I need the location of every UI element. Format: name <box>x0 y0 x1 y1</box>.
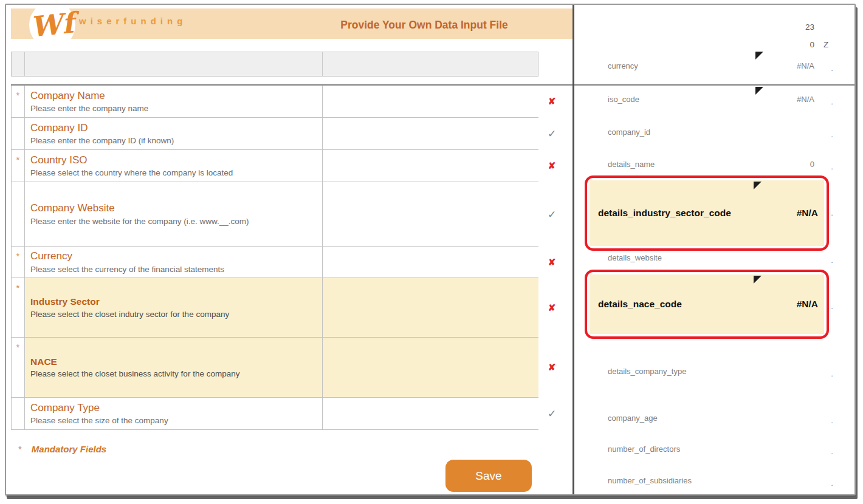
form-row-company-id: Company ID Please enter the company ID (… <box>12 118 538 150</box>
cell-value: 0 <box>810 160 814 169</box>
side-row-company-id[interactable]: company_id <box>608 128 814 138</box>
side-row-number-of-directors[interactable]: number_of_directors <box>608 444 814 455</box>
company-id-input-cell[interactable] <box>322 118 538 149</box>
mandatory-fields-note: *Mandatory Fields <box>18 444 106 454</box>
save-button[interactable]: Save <box>445 460 532 492</box>
field-label: Currency <box>30 250 318 262</box>
status-pass-icon: ✓ <box>540 407 564 420</box>
cell-count-value[interactable]: 23 <box>785 22 814 32</box>
side-row-details-company-type[interactable]: details_company_type <box>608 367 814 378</box>
form-row-nace: * NACE Please select the closet business… <box>12 338 538 398</box>
highlighted-cell-nace-code[interactable]: details_nace_code #N/A <box>590 274 824 334</box>
field-description: Please select the size of the company <box>30 416 318 426</box>
cell-value: #N/A <box>797 299 818 310</box>
status-fail-icon: ✘ <box>540 96 564 107</box>
side-row-details-website[interactable]: details_website <box>608 253 814 264</box>
field-label: Country ISO <box>30 154 318 166</box>
cell-dot: . <box>828 256 836 265</box>
currency-input-cell[interactable] <box>322 247 538 278</box>
cell-name: details_company_type <box>608 367 686 376</box>
field-description: Please select the country where the comp… <box>30 168 318 178</box>
status-fail-icon: ✘ <box>540 362 564 373</box>
field-label: Company Website <box>30 202 318 214</box>
error-highlight-border: details_nace_code #N/A <box>585 270 829 339</box>
cell-dot: . <box>828 208 836 217</box>
form-row-company-website: Company Website Please enter the website… <box>12 182 538 247</box>
comment-marker-icon <box>754 182 762 189</box>
field-label: Company ID <box>30 121 318 134</box>
header-cell-input <box>323 52 538 76</box>
cell-name: details_name <box>608 160 655 169</box>
mandatory-note-text: Mandatory Fields <box>32 444 106 454</box>
header-cell-star <box>12 52 25 76</box>
nace-input-cell[interactable] <box>322 338 538 397</box>
status-pass-icon: ✓ <box>540 208 564 220</box>
field-description: Please select the currency of the financ… <box>30 265 318 274</box>
field-description: Please enter the company name <box>30 104 318 114</box>
status-fail-icon: ✘ <box>540 257 564 268</box>
field-label: Company Name <box>30 89 318 102</box>
mandatory-star <box>12 182 25 246</box>
mandatory-star: * <box>12 150 25 182</box>
status-fail-icon: ✘ <box>540 302 564 313</box>
cell-name: details_industry_sector_code <box>598 208 731 219</box>
comment-marker-icon <box>755 87 763 95</box>
cell-value: #N/A <box>797 95 814 104</box>
cell-dot: . <box>828 478 836 488</box>
cell-z-value[interactable]: Z <box>823 40 836 49</box>
cell-dot: . <box>828 64 836 73</box>
field-description: Please enter the website for the company… <box>30 217 318 226</box>
form-row-country-iso: * Country ISO Please select the country … <box>12 150 538 182</box>
brand-logo: Wf <box>29 4 75 49</box>
cell-name: currency <box>608 61 638 70</box>
mandatory-star: * <box>12 278 25 337</box>
table-header-row <box>11 52 538 77</box>
mandatory-star: * <box>12 86 25 117</box>
cell-value: #N/A <box>797 61 814 70</box>
cell-dot: . <box>828 369 836 378</box>
cell-dot: . <box>828 162 836 171</box>
cell-name: company_id <box>608 128 650 137</box>
side-row-details-name[interactable]: details_name 0 <box>608 160 814 171</box>
mandatory-star: * <box>12 338 25 397</box>
mandatory-star <box>12 398 25 429</box>
error-highlight-border: details_industry_sector_code #N/A <box>585 175 829 251</box>
page-title: Provide Your Own Data Input File <box>318 19 531 32</box>
cell-name: company_age <box>608 414 658 423</box>
cell-name: details_website <box>608 253 662 262</box>
side-row-currency[interactable]: currency #N/A <box>608 61 814 72</box>
cell-value: #N/A <box>797 208 818 219</box>
status-fail-icon: ✘ <box>540 160 564 171</box>
mandatory-star: * <box>12 247 25 278</box>
industry-sector-input-cell[interactable] <box>322 278 538 337</box>
brand-monogram: Wf <box>29 9 75 41</box>
form-row-company-name: * Company Name Please enter the company … <box>12 86 538 118</box>
cell-name: details_nace_code <box>598 299 682 310</box>
mandatory-star: * <box>18 444 22 454</box>
side-row-company-age[interactable]: company_age <box>608 414 814 424</box>
field-label: Industry Sector <box>30 296 318 307</box>
side-row-iso-code[interactable]: iso_code #N/A <box>608 95 814 106</box>
highlighted-cell-industry-sector-code[interactable]: details_industry_sector_code #N/A <box>590 180 824 246</box>
field-description: Please select the closet indutry sector … <box>30 310 318 319</box>
comment-marker-icon <box>754 276 762 284</box>
cell-name: number_of_directors <box>608 444 680 454</box>
field-label: NACE <box>30 356 318 367</box>
field-description: Please enter the company ID (if known) <box>30 136 318 146</box>
cell-dot: . <box>828 302 836 311</box>
side-row-number-of-subsidiaries[interactable]: number_of_subsidiaries <box>608 476 814 487</box>
mandatory-star <box>12 118 25 149</box>
form-row-company-type: Company Type Please select the size of t… <box>12 398 538 430</box>
brand-name: wiserfunding <box>79 16 187 26</box>
cell-name: number_of_subsidiaries <box>608 476 692 485</box>
cell-dot: . <box>828 130 836 139</box>
company-website-input-cell[interactable] <box>322 182 538 246</box>
field-label: Company Type <box>30 401 318 414</box>
company-name-input-cell[interactable] <box>322 86 538 117</box>
country-iso-input-cell[interactable] <box>322 150 538 182</box>
comment-marker-icon <box>755 52 763 60</box>
company-type-input-cell[interactable] <box>322 398 538 429</box>
form-table: * Company Name Please enter the company … <box>11 86 538 430</box>
cell-zero-value[interactable]: 0 <box>785 40 814 49</box>
cell-dot: . <box>828 97 836 106</box>
